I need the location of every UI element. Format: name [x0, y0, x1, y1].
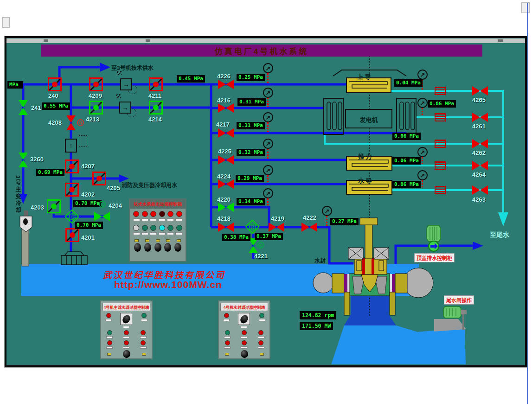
selector-switch[interactable]	[238, 313, 250, 325]
valve-tag: 4262	[472, 149, 486, 156]
tech-water-control-panel: 技术水系统电动阀控制箱	[129, 198, 186, 262]
flow-indicator-icon	[435, 161, 446, 170]
control-knob[interactable]	[123, 350, 130, 358]
label-plate	[140, 346, 147, 349]
flow-indicator-icon	[435, 186, 446, 194]
label-plate	[258, 346, 264, 349]
knob-scale	[156, 239, 160, 242]
valve-tag: 4211	[148, 92, 161, 99]
valve-4225-icon[interactable]	[218, 155, 234, 165]
filter-icon[interactable]: →	[120, 78, 132, 90]
label-plate	[141, 232, 148, 235]
label-plate	[106, 336, 113, 338]
valve-4226-icon[interactable]	[218, 80, 234, 89]
intake-strainer	[61, 252, 87, 265]
valve-4216-icon[interactable]	[218, 103, 234, 113]
pump-4205-icon[interactable]	[92, 172, 106, 185]
indicator-light	[258, 330, 263, 335]
valve-tag: 240	[48, 92, 58, 99]
valve-tag: 4207	[81, 163, 95, 170]
valve-4263-icon[interactable]	[472, 185, 488, 195]
signal-squiggle-icon	[116, 94, 121, 98]
indicator-light	[141, 330, 146, 335]
knob-scale	[260, 353, 264, 356]
indicator-light	[242, 340, 247, 345]
valve-241-icon[interactable]	[19, 100, 28, 115]
valve-tag: 4217	[216, 121, 230, 128]
label-plate	[123, 336, 129, 338]
indicator-light	[133, 211, 139, 217]
valve-4265-icon[interactable]	[472, 86, 488, 96]
valve-4224-icon[interactable]	[218, 179, 234, 189]
valve-4220-icon[interactable]	[218, 203, 234, 212]
pressure-4217: 0.31 MPa	[237, 122, 265, 129]
top-cover-drain-cabinet-label[interactable]: 顶盖排水控制柜	[414, 253, 455, 262]
filter-icon[interactable]: →	[119, 102, 131, 114]
pressure-4207: 0.69 MPa	[36, 169, 64, 176]
upper-bearing-label: 上 导	[357, 72, 371, 81]
pressure-gauge-icon: ↗	[417, 70, 428, 80]
valve-4261-icon[interactable]	[472, 113, 488, 122]
valve-4218-icon[interactable]	[218, 223, 234, 232]
valve-tag: 4224	[217, 173, 231, 180]
valve-tag: 4213	[86, 116, 99, 123]
pressure-upper-bearing: 0.04 MPa	[394, 79, 423, 87]
pressure-4226: 0.25 MPa	[237, 74, 265, 81]
pressure-4224: 0.29 MPa	[236, 175, 264, 182]
control-knob[interactable]	[134, 243, 141, 252]
control-knob[interactable]	[241, 350, 248, 358]
pressure-gen-cooler-a: 0.06 MPa	[428, 100, 456, 108]
tailwater-gate-op-label[interactable]: 尾水闸操作	[444, 295, 474, 305]
valve-tag: 4214	[148, 116, 162, 123]
pump-4203-icon[interactable]	[47, 199, 61, 213]
knob-scale	[166, 239, 170, 242]
label-plate	[159, 232, 166, 235]
pressure-gauge-icon: ↗	[263, 188, 273, 198]
pump-4213-icon[interactable]	[89, 101, 103, 115]
d-indicator-icon: D	[257, 242, 264, 249]
control-knob[interactable]	[154, 243, 161, 252]
flow-check-icon[interactable]: ↑	[65, 139, 77, 153]
valve-4208-icon[interactable]	[66, 115, 76, 130]
indicator-light	[258, 340, 263, 345]
indicator-light	[224, 313, 229, 318]
control-knob[interactable]	[144, 243, 151, 252]
knob-scale	[177, 239, 181, 242]
valve-4219-icon[interactable]	[269, 223, 284, 232]
control-knob[interactable]	[164, 243, 171, 252]
d-indicator-icon: D	[249, 223, 256, 230]
valve-4262-icon[interactable]	[472, 139, 488, 148]
seal-filter-control-panel: 4号机水封滤过器控制箱	[218, 300, 270, 359]
pump-4207-icon[interactable]	[65, 159, 79, 173]
valve-4204-icon[interactable]	[94, 212, 110, 221]
flow-indicator-icon	[435, 140, 446, 148]
valve-tag: 3260	[30, 156, 44, 163]
valve-4217-icon[interactable]	[218, 128, 234, 138]
pressure-4222: 0.27 MPa	[330, 218, 359, 225]
valve-4222-icon[interactable]	[301, 223, 317, 232]
indicator-light	[150, 225, 156, 231]
screen-banner: 仿真电厂4号机水系统	[41, 45, 482, 57]
selector-switch[interactable]	[120, 313, 132, 325]
label-plate	[133, 232, 140, 235]
pump-4209-icon[interactable]	[89, 77, 103, 91]
pump-4202-icon[interactable]	[65, 183, 79, 197]
pump-4201-icon[interactable]	[65, 228, 79, 242]
indicator-light	[107, 330, 112, 335]
valve-tag: 241	[31, 104, 41, 111]
control-knob[interactable]	[174, 243, 181, 252]
label-plate	[150, 218, 157, 221]
fire-transformer-label: 消防及变压器冷却用水	[122, 181, 177, 189]
panel-title: 技术水系统电动阀控制箱	[130, 199, 186, 209]
pump-4214-icon[interactable]	[149, 101, 163, 115]
valve-4264-icon[interactable]	[472, 161, 488, 170]
label-plate	[123, 326, 129, 328]
valve-3260-icon[interactable]	[19, 153, 28, 167]
valve-tag: 4221	[254, 253, 268, 260]
pump-240-icon[interactable]	[48, 77, 62, 91]
valve-tag: 4264	[472, 171, 486, 178]
indicator-light	[107, 340, 112, 345]
valve-tag: 4226	[217, 73, 231, 80]
pump-4211-icon[interactable]	[149, 77, 163, 91]
company-url[interactable]: http://www.100MW.cn	[114, 279, 222, 290]
